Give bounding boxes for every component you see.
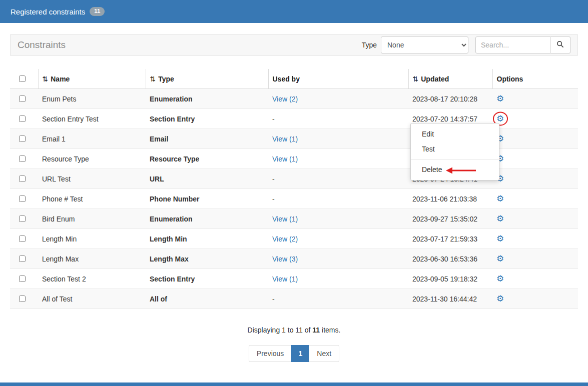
constraint-name: Email 1	[38, 129, 146, 149]
constraint-type: Length Min	[146, 229, 268, 249]
row-checkbox[interactable]	[19, 96, 26, 102]
row-checkbox[interactable]	[19, 296, 26, 302]
table-row: Bird Enum Enumeration View (1) 2023-09-2…	[10, 209, 578, 229]
updated-timestamp: 2023-07-17 21:59:33	[408, 229, 492, 249]
panel-title: Constraints	[18, 40, 66, 50]
used-by-link[interactable]: View (2)	[272, 235, 298, 243]
used-by-link[interactable]: View (1)	[272, 215, 298, 223]
sort-icon: ⇅	[43, 75, 49, 83]
summary-total: 11	[312, 326, 320, 334]
column-header-used-by: Used by	[268, 69, 408, 89]
search-input[interactable]	[475, 36, 550, 54]
used-by-none: -	[272, 115, 275, 123]
column-header-type[interactable]: ⇅Type	[146, 69, 268, 89]
constraint-name: Section Entry Test	[38, 109, 146, 129]
updated-timestamp: 2023-11-30 16:44:42	[408, 289, 492, 309]
used-by-none: -	[272, 295, 275, 303]
constraint-name: Section Test 2	[38, 269, 146, 289]
row-checkbox[interactable]	[19, 136, 26, 142]
used-by-link[interactable]: View (2)	[272, 95, 298, 103]
menu-item-edit[interactable]: Edit	[411, 126, 499, 142]
table-header-row: ⇅Name ⇅Type Used by ⇅Updated Options	[10, 69, 578, 89]
table-row: Enum Pets Enumeration View (2) 2023-08-1…	[10, 89, 578, 109]
gear-icon[interactable]: ⚙	[496, 214, 504, 223]
type-select[interactable]: None	[381, 36, 468, 54]
column-label-options: Options	[497, 75, 523, 83]
constraint-name: Enum Pets	[38, 89, 146, 109]
constraint-type: Resource Type	[146, 149, 268, 169]
constraint-type: Enumeration	[146, 89, 268, 109]
row-checkbox[interactable]	[19, 276, 26, 282]
table-row: Section Test 2 Section Entry View (1) 20…	[10, 269, 578, 289]
app-header: Registered constraints 11	[0, 0, 588, 23]
table-row: Length Max Length Max View (3) 2023-06-3…	[10, 249, 578, 269]
column-label-used-by: Used by	[273, 75, 300, 83]
column-header-name[interactable]: ⇅Name	[38, 69, 146, 89]
gear-icon[interactable]: ⚙	[496, 114, 504, 123]
constraint-type: All of	[146, 289, 268, 309]
constraint-type: Enumeration	[146, 209, 268, 229]
next-page-button[interactable]: Next	[309, 345, 339, 362]
used-by-link[interactable]: View (3)	[272, 255, 298, 263]
column-header-options: Options	[492, 69, 578, 89]
used-by-none: -	[272, 175, 275, 183]
constraint-type: Email	[146, 129, 268, 149]
pagination: Previous 1 Next	[10, 345, 578, 362]
constraint-name: Resource Type	[38, 149, 146, 169]
search-group	[475, 36, 570, 54]
gear-icon[interactable]: ⚙	[496, 234, 504, 243]
updated-timestamp: 2023-08-17 20:10:28	[408, 89, 492, 109]
row-checkbox[interactable]	[19, 216, 26, 222]
constraint-name: All of Test	[38, 289, 146, 309]
menu-item-test[interactable]: Test	[411, 142, 499, 156]
row-checkbox[interactable]	[19, 156, 26, 162]
options-dropdown-menu: Edit Test Delete	[410, 123, 499, 180]
updated-timestamp: 2023-09-05 19:18:32	[408, 269, 492, 289]
search-icon	[556, 40, 564, 50]
gear-icon[interactable]: ⚙	[496, 194, 504, 203]
updated-timestamp: 2023-06-30 16:53:36	[408, 249, 492, 269]
column-label-updated: Updated	[421, 75, 449, 83]
gear-icon-highlighted[interactable]: ⚙	[496, 114, 504, 123]
constraint-type: Length Max	[146, 249, 268, 269]
type-filter-label: Type	[362, 41, 377, 49]
row-checkbox[interactable]	[19, 176, 26, 182]
constraint-type: Phone Number	[146, 189, 268, 209]
updated-timestamp: 2023-09-27 15:35:02	[408, 209, 492, 229]
updated-timestamp: 2023-11-06 21:03:38	[408, 189, 492, 209]
gear-icon[interactable]: ⚙	[496, 254, 504, 263]
select-all-checkbox[interactable]	[19, 76, 26, 82]
summary-prefix: Displaying 1 to 11 of	[248, 326, 311, 334]
previous-page-button[interactable]: Previous	[249, 345, 292, 362]
main-content: Constraints Type None ⇅	[0, 23, 588, 362]
constraint-name: Length Max	[38, 249, 146, 269]
constraint-name: Bird Enum	[38, 209, 146, 229]
current-page-button[interactable]: 1	[291, 345, 309, 362]
count-badge: 11	[90, 7, 105, 16]
search-button[interactable]	[550, 36, 570, 54]
menu-item-delete[interactable]: Delete	[411, 162, 499, 177]
gear-icon[interactable]: ⚙	[496, 94, 504, 103]
constraint-type: Section Entry	[146, 109, 268, 129]
used-by-link[interactable]: View (1)	[272, 135, 298, 143]
row-checkbox[interactable]	[19, 116, 26, 122]
gear-icon[interactable]: ⚙	[496, 294, 504, 303]
constraint-type: URL	[146, 169, 268, 189]
constraint-type: Section Entry	[146, 269, 268, 289]
table-row: Length Min Length Min View (2) 2023-07-1…	[10, 229, 578, 249]
table-row: Phone # Test Phone Number - 2023-11-06 2…	[10, 189, 578, 209]
table-row: All of Test All of - 2023-11-30 16:44:42…	[10, 289, 578, 309]
column-header-updated[interactable]: ⇅Updated	[408, 69, 492, 89]
used-by-none: -	[272, 195, 275, 203]
row-checkbox[interactable]	[19, 236, 26, 242]
row-checkbox[interactable]	[19, 196, 26, 202]
sort-icon: ⇅	[413, 75, 419, 83]
row-checkbox[interactable]	[19, 256, 26, 262]
used-by-link[interactable]: View (1)	[272, 275, 298, 283]
used-by-link[interactable]: View (1)	[272, 155, 298, 163]
page-title: Registered constraints	[11, 8, 85, 16]
constraint-name: URL Test	[38, 169, 146, 189]
constraint-name: Phone # Test	[38, 189, 146, 209]
column-label-type: Type	[158, 75, 174, 83]
gear-icon[interactable]: ⚙	[496, 274, 504, 283]
